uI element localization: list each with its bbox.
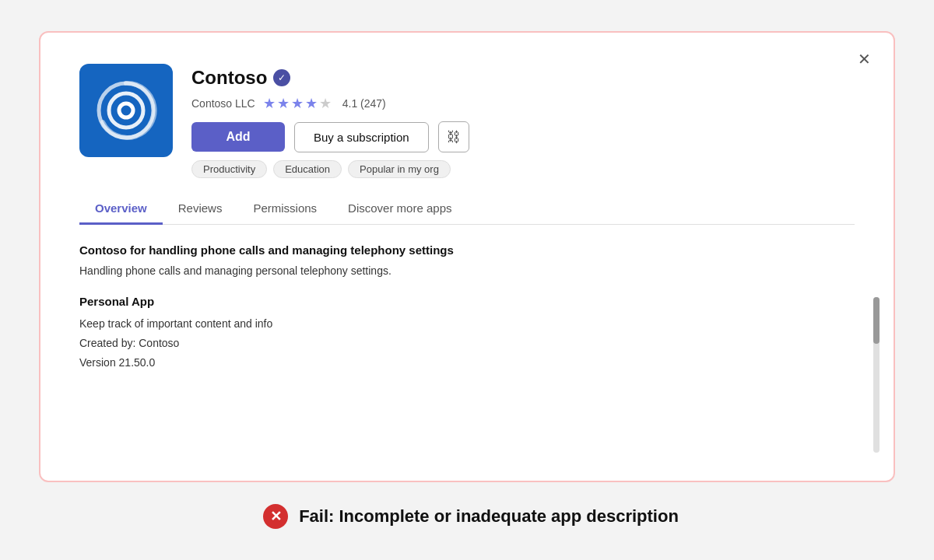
fail-banner: ✕ Fail: Incomplete or inadequate app des… [255,504,679,529]
app-name: Contoso [191,67,267,89]
app-header: Contoso ✓ Contoso LLC ★ ★ ★ ★ ★ 4.1 (247… [79,64,855,178]
star-3: ★ [291,95,304,112]
star-1: ★ [263,95,276,112]
add-button[interactable]: Add [191,122,285,152]
rating-text: 4.1 (247) [342,97,386,110]
fail-text: Fail: Incomplete or inadequate app descr… [299,506,679,527]
tab-reviews[interactable]: Reviews [163,194,238,225]
tag-education[interactable]: Education [273,160,342,178]
main-description: Handling phone calls and managing person… [79,263,847,279]
app-publisher-row: Contoso LLC ★ ★ ★ ★ ★ 4.1 (247) [191,95,469,112]
svg-point-1 [109,93,143,128]
main-heading: Contoso for handling phone calls and man… [79,243,847,257]
star-5: ★ [319,95,332,112]
action-buttons: Add Buy a subscription ⛓ [191,121,469,152]
personal-app-heading: Personal App [79,295,847,308]
tab-overview[interactable]: Overview [79,194,163,225]
verified-badge-icon: ✓ [273,69,290,86]
section-details: Keep track of important content and info… [79,314,847,373]
stars-container: ★ ★ ★ ★ ★ [263,95,332,112]
scrollbar[interactable] [873,297,880,453]
app-title-row: Contoso ✓ [191,67,469,89]
buy-subscription-button[interactable]: Buy a subscription [294,122,429,152]
fail-icon: ✕ [263,504,288,529]
star-4: ★ [305,95,318,112]
page-wrapper: ✕ Contoso ✓ Contoso LLC [0,0,934,560]
scrollbar-thumb [873,297,880,344]
app-modal: ✕ Contoso ✓ Contoso LLC [39,31,895,482]
tab-permissions[interactable]: Permissions [237,194,332,225]
publisher-name: Contoso LLC [191,97,255,110]
tabs-nav: Overview Reviews Permissions Discover mo… [79,194,855,225]
app-info: Contoso ✓ Contoso LLC ★ ★ ★ ★ ★ 4.1 (247… [191,64,469,178]
created-by: Created by: Contoso [79,334,847,353]
tags-row: Productivity Education Popular in my org [191,160,469,178]
tag-popular[interactable]: Popular in my org [348,160,451,178]
tab-content: Contoso for handling phone calls and man… [79,243,855,450]
tab-discover[interactable]: Discover more apps [332,194,467,225]
svg-point-2 [119,103,133,117]
app-icon [79,64,173,157]
link-icon: ⛓ [447,129,461,145]
version-text: Version 21.50.0 [79,353,847,373]
star-2: ★ [277,95,290,112]
keep-track-text: Keep track of important content and info [79,314,847,334]
link-button[interactable]: ⛓ [438,121,469,152]
close-button[interactable]: ✕ [851,47,876,72]
tag-productivity[interactable]: Productivity [191,160,267,178]
